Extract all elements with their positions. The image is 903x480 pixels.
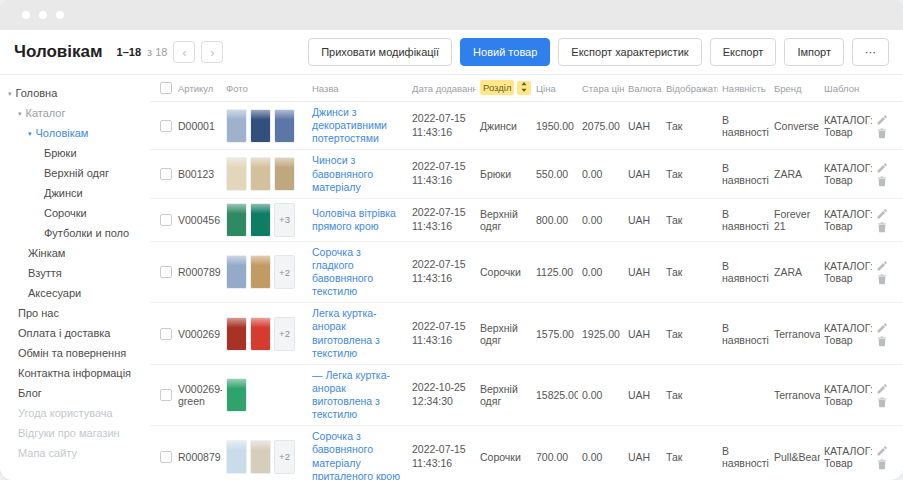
date-added-cell: 2022-07-1511:43:16 (408, 241, 476, 303)
sidebar-item[interactable]: Контактна інформація (0, 363, 150, 383)
sidebar-item[interactable]: Верхній одяг (0, 163, 150, 183)
window-control-maximize[interactable] (56, 11, 64, 19)
sidebar-item-label: Каталог (26, 107, 66, 119)
edit-icon[interactable] (876, 383, 888, 395)
more-photos-badge[interactable]: +2 (274, 317, 295, 351)
sort-arrows-icon[interactable] (517, 81, 531, 95)
hide-modifications-button[interactable]: Приховати модифікації (308, 38, 452, 66)
old-price-cell: 0.00 (578, 364, 624, 426)
sidebar-item[interactable]: Оплата і доставка (0, 323, 150, 343)
column-header[interactable]: Стара ціна (578, 75, 624, 102)
sidebar-item[interactable]: Аксесуари (0, 283, 150, 303)
name-cell: Сорочка з бавовняного матеріалу притален… (308, 426, 408, 480)
row-checkbox[interactable] (160, 168, 172, 180)
edit-icon[interactable] (876, 445, 888, 457)
delete-icon[interactable] (876, 273, 888, 285)
product-name-link[interactable]: Чиноси з бавовняного матеріалу (312, 154, 404, 193)
sidebar-item[interactable]: Взуття (0, 263, 150, 283)
sidebar-item[interactable]: Брюки (0, 143, 150, 163)
sidebar-item[interactable]: Блог (0, 383, 150, 403)
row-checkbox-cell (150, 198, 174, 241)
column-header[interactable]: Розділ (476, 75, 532, 102)
edit-icon[interactable] (876, 162, 888, 174)
sidebar-item[interactable]: Угода користувача (0, 403, 150, 423)
delete-icon[interactable] (876, 458, 888, 470)
delete-icon[interactable] (876, 175, 888, 187)
row-checkbox[interactable] (160, 266, 172, 278)
column-header[interactable]: Ціна (532, 75, 578, 102)
more-button[interactable]: ⋯ (852, 38, 889, 66)
column-header[interactable]: Фото (222, 75, 308, 102)
delete-icon[interactable] (876, 127, 888, 139)
sidebar-item[interactable]: Жінкам (0, 243, 150, 263)
row-checkbox[interactable] (160, 120, 172, 132)
edit-icon[interactable] (876, 322, 888, 334)
pagination-prev-button[interactable]: ‹ (173, 41, 195, 63)
sidebar-item[interactable]: Мапа сайту (0, 443, 150, 463)
edit-icon[interactable] (876, 208, 888, 220)
display-cell: Так (662, 198, 718, 241)
more-photos-badge[interactable]: +3 (274, 203, 295, 237)
column-header[interactable]: Валюта (624, 75, 662, 102)
export-button[interactable]: Експорт (710, 38, 777, 66)
column-header[interactable]: Відображати (662, 75, 718, 102)
import-button[interactable]: Імпорт (784, 38, 844, 66)
select-all-checkbox[interactable] (160, 82, 172, 94)
photo-cell (222, 150, 308, 198)
export-characteristics-button[interactable]: Експорт характеристик (558, 38, 701, 66)
more-photos-badge[interactable]: +2 (274, 440, 295, 474)
sidebar-item[interactable]: Джинси (0, 183, 150, 203)
sidebar-item-label: Відгуки про магазин (18, 427, 120, 439)
column-header[interactable]: Наявність (718, 75, 770, 102)
sidebar-item[interactable]: Про нас (0, 303, 150, 323)
product-name-link[interactable]: Легка куртка-анорак виготовлена з тексти… (312, 307, 404, 360)
sidebar-item[interactable]: Обмін та повернення (0, 343, 150, 363)
column-header[interactable]: Назва (308, 75, 408, 102)
row-checkbox[interactable] (160, 389, 172, 401)
brand-cell: Terranova (770, 303, 820, 365)
pagination-range: 1–18 (117, 46, 141, 58)
column-header[interactable]: Дата додавання (408, 75, 476, 102)
delete-icon[interactable] (876, 396, 888, 408)
brand-cell: ZARA (770, 241, 820, 303)
product-photo (250, 109, 271, 143)
sidebar-item[interactable]: ▾Каталог (0, 103, 150, 123)
display-cell: Так (662, 102, 718, 150)
table-row: R000789+2Сорочка з гладкого бавовняного … (150, 241, 903, 303)
sidebar-item-label: Оплата і доставка (18, 327, 110, 339)
sidebar-item[interactable]: Відгуки про магазин (0, 423, 150, 443)
sidebar-item[interactable]: Футболки и поло (0, 223, 150, 243)
column-header[interactable]: Шаблон (820, 75, 872, 102)
product-name-link[interactable]: Сорочка з бавовняного матеріалу притален… (312, 430, 404, 480)
delete-icon[interactable] (876, 335, 888, 347)
sidebar-item[interactable]: ▾Головна (0, 83, 150, 103)
toolbar-actions: Приховати модифікаціїНовий товарЕкспорт … (308, 38, 889, 66)
column-header[interactable]: Бренд (770, 75, 820, 102)
edit-icon[interactable] (876, 260, 888, 272)
window-control-minimize[interactable] (39, 11, 47, 19)
delete-icon[interactable] (876, 221, 888, 233)
row-checkbox[interactable] (160, 328, 172, 340)
product-name-link[interactable]: Сорочка з гладкого бавовняного текстилю (312, 246, 404, 299)
availability-cell: В наявності (718, 102, 770, 150)
row-checkbox[interactable] (160, 214, 172, 226)
product-name-link[interactable]: — Легка куртка-анорак виготовлена з текс… (312, 369, 404, 422)
pagination-next-button[interactable]: › (201, 41, 223, 63)
row-checkbox[interactable] (160, 451, 172, 463)
sidebar-item-label: Аксесуари (28, 287, 81, 299)
new-product-button[interactable]: Новий товар (460, 38, 550, 66)
edit-icon[interactable] (876, 114, 888, 126)
sidebar-item[interactable]: Сорочки (0, 203, 150, 223)
sidebar-item[interactable]: ▾Чоловікам (0, 123, 150, 143)
chevron-down-icon[interactable]: ▾ (8, 90, 12, 97)
photo-cell: +3 (222, 198, 308, 241)
column-header[interactable]: Артикул (174, 75, 222, 102)
old-price-cell: 0.00 (578, 426, 624, 480)
chevron-down-icon[interactable]: ▾ (28, 130, 32, 137)
more-photos-badge[interactable]: +2 (274, 255, 295, 289)
product-name-link[interactable]: Джинси з декоративними потертостями (312, 106, 404, 145)
product-name-link[interactable]: Чоловіча вітрівка прямого крою (312, 207, 404, 233)
chevron-down-icon[interactable]: ▾ (18, 110, 22, 117)
sku-cell: V000269 (174, 303, 222, 365)
window-control-close[interactable] (22, 11, 30, 19)
